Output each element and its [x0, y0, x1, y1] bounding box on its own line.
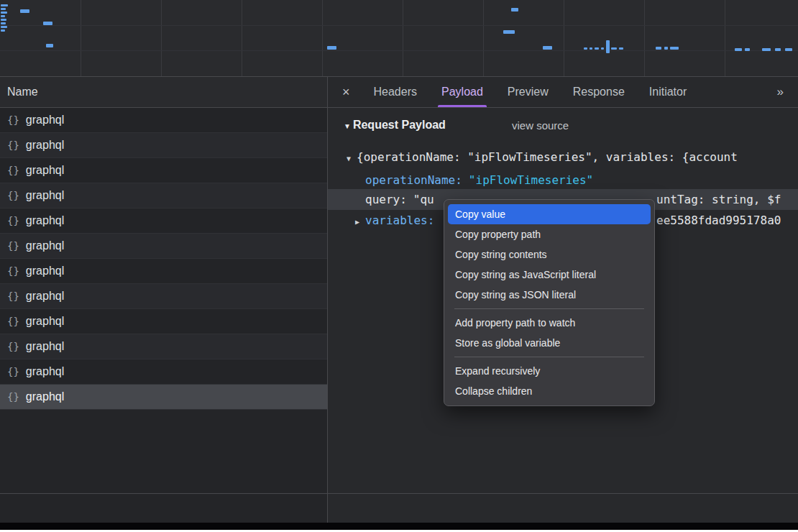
network-activity-bar	[670, 47, 679, 50]
payload-root-node[interactable]: ▼{operationName: "ipFlowTimeseries", var…	[347, 148, 798, 168]
payload-root-preview: {operationName: "ipFlowTimeseries", vari…	[357, 150, 738, 164]
network-activity-bar	[785, 48, 792, 51]
network-activity-bar	[656, 47, 661, 50]
network-request-row[interactable]: {}graphql	[0, 309, 327, 334]
collapse-children-menu-item[interactable]: Collapse children	[448, 381, 651, 401]
request-name-label: graphql	[26, 189, 64, 202]
network-activity-bar	[606, 40, 610, 53]
network-request-row[interactable]: {}graphql	[0, 385, 327, 410]
json-braces-icon: {}	[7, 290, 19, 302]
detail-tabbar: × HeadersPayloadPreviewResponseInitiator…	[328, 77, 798, 108]
network-activity-bar	[775, 48, 781, 51]
property-key: variables:	[365, 214, 434, 227]
request-name-label: graphql	[26, 390, 64, 403]
network-activity-bar	[46, 44, 53, 47]
request-name-label: graphql	[26, 365, 64, 378]
network-activity-bar	[595, 47, 599, 50]
grid-line	[0, 50, 798, 51]
network-activity-bar	[43, 22, 52, 25]
network-request-row[interactable]: {}graphql	[0, 284, 327, 309]
network-request-row[interactable]: {}graphql	[0, 334, 327, 359]
more-tabs-icon[interactable]: »	[777, 85, 798, 99]
window-bottom-bar	[0, 523, 798, 530]
tab-response[interactable]: Response	[561, 77, 637, 107]
payload-query-overflow-text: untTag: string, $f	[656, 189, 781, 210]
grid-line	[322, 0, 323, 76]
grid-line	[644, 0, 645, 76]
tab-initiator[interactable]: Initiator	[637, 77, 699, 107]
network-request-row[interactable]: {}graphql	[0, 108, 327, 133]
name-column-header[interactable]: Name	[0, 77, 327, 108]
network-request-list: Name {}graphql{}graphql{}graphql{}graphq…	[0, 77, 328, 523]
json-braces-icon: {}	[7, 316, 19, 327]
grid-line	[81, 0, 81, 76]
json-braces-icon: {}	[7, 165, 19, 176]
store-as-global-variable-menu-item[interactable]: Store as global variable	[448, 333, 651, 353]
payload-prop-variables[interactable]: ▶variables:	[355, 210, 441, 232]
close-icon[interactable]: ×	[342, 85, 350, 100]
network-activity-bar	[1, 22, 6, 24]
grid-line	[0, 25, 798, 26]
grid-line	[483, 0, 484, 76]
payload-prop-operationname[interactable]: operationName:"ipFlowTimeseries"	[365, 171, 593, 190]
network-request-row[interactable]: {}graphql	[0, 208, 327, 234]
add-property-path-to-watch-menu-item[interactable]: Add property path to watch	[448, 313, 651, 333]
network-request-row[interactable]: {}graphql	[0, 259, 327, 284]
property-value: "qu	[413, 193, 434, 206]
network-activity-bar	[735, 48, 742, 51]
network-activity-bar	[503, 30, 515, 34]
detail-tabs: HeadersPayloadPreviewResponseInitiator	[362, 77, 700, 107]
json-braces-icon: {}	[7, 139, 19, 151]
network-request-row[interactable]: {}graphql	[0, 359, 327, 385]
copy-property-path-menu-item[interactable]: Copy property path	[448, 224, 651, 244]
network-activity-bar	[1, 29, 5, 32]
network-overview-timeline[interactable]	[0, 0, 798, 77]
tab-preview[interactable]: Preview	[495, 77, 561, 107]
network-activity-bar	[745, 48, 750, 51]
request-payload-title: ▼Request Payload	[344, 119, 446, 132]
network-activity-bar	[1, 12, 7, 14]
network-request-row[interactable]: {}graphql	[0, 133, 327, 158]
request-name-label: graphql	[26, 239, 64, 252]
grid-line	[242, 0, 242, 76]
network-request-row[interactable]: {}graphql	[0, 234, 327, 259]
disclosure-triangle-icon[interactable]: ▼	[347, 150, 351, 168]
json-braces-icon: {}	[7, 391, 19, 403]
copy-string-contents-menu-item[interactable]: Copy string contents	[448, 244, 651, 265]
network-activity-bar	[1, 26, 7, 28]
network-activity-bar	[584, 47, 587, 50]
grid-line	[564, 0, 564, 76]
copy-string-as-javascript-literal-menu-item[interactable]: Copy string as JavaScript literal	[448, 265, 651, 285]
menu-separator	[454, 308, 644, 309]
copy-string-as-json-literal-menu-item[interactable]: Copy string as JSON literal	[448, 285, 651, 305]
network-activity-bar	[543, 46, 552, 50]
grid-line	[725, 0, 725, 76]
network-activity-bar	[664, 47, 668, 50]
tab-headers[interactable]: Headers	[362, 77, 429, 107]
request-payload-title-label: Request Payload	[353, 119, 446, 131]
network-request-row[interactable]: {}graphql	[0, 183, 327, 208]
devtools-window: Name {}graphql{}graphql{}graphql{}graphq…	[0, 0, 798, 532]
copy-value-menu-item[interactable]: Copy value	[448, 204, 651, 224]
network-activity-bar	[762, 48, 771, 51]
json-braces-icon: {}	[7, 265, 19, 277]
property-key: operationName:	[365, 173, 462, 187]
network-request-row[interactable]: {}graphql	[0, 158, 327, 183]
request-name-label: graphql	[26, 114, 64, 127]
tab-payload[interactable]: Payload	[429, 77, 495, 107]
disclosure-triangle-icon[interactable]: ▼	[344, 122, 351, 130]
network-activity-bar	[1, 19, 6, 21]
grid-line	[161, 0, 162, 76]
json-braces-icon: {}	[7, 240, 19, 252]
network-activity-bar	[327, 46, 336, 50]
payload-variables-overflow-text: ee5588fdad995178a0	[656, 210, 781, 231]
network-activity-bar	[611, 47, 617, 50]
request-name-label: graphql	[26, 164, 64, 177]
view-source-link[interactable]: view source	[512, 119, 569, 132]
expand-recursively-menu-item[interactable]: Expand recursively	[448, 361, 651, 381]
context-menu: Copy valueCopy property pathCopy string …	[444, 199, 655, 406]
request-name-label: graphql	[26, 265, 64, 278]
network-activity-bar	[1, 8, 6, 10]
expand-triangle-icon[interactable]: ▶	[355, 211, 359, 232]
network-activity-bar	[619, 47, 623, 50]
